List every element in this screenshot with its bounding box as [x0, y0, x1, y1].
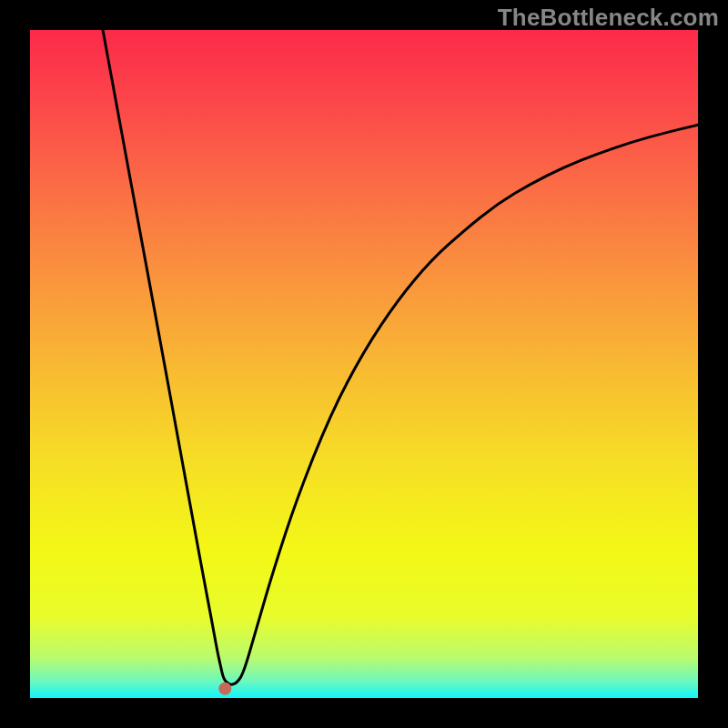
- chart-canvas: [0, 0, 728, 728]
- chart-frame: TheBottleneck.com: [0, 0, 728, 728]
- minimum-marker: [218, 682, 231, 695]
- plot-background: [30, 30, 698, 698]
- watermark-text: TheBottleneck.com: [498, 4, 719, 32]
